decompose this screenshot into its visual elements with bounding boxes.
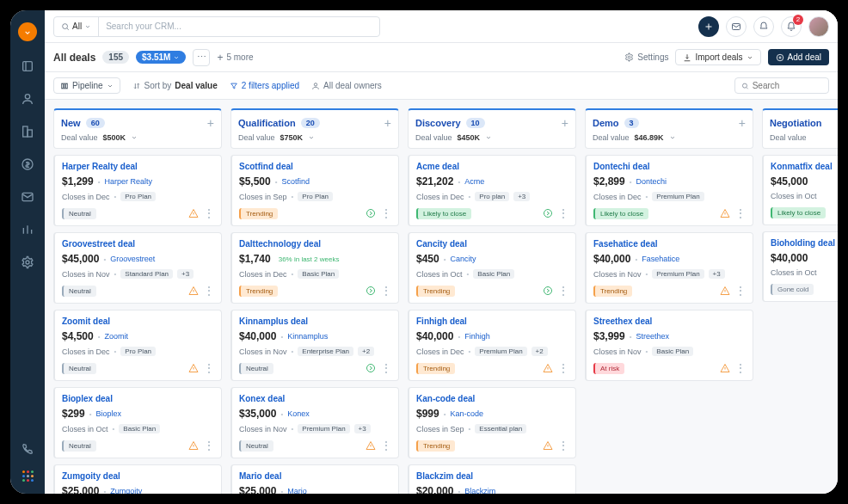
- deal-value-pill[interactable]: $3.51M: [136, 51, 186, 64]
- deal-card[interactable]: Bioholding deal $40,000 Closes in Oct Go…: [762, 231, 838, 302]
- card-menu-button[interactable]: ⋮: [381, 362, 391, 374]
- alerts-button[interactable]: [753, 16, 774, 37]
- deal-card[interactable]: Cancity deal $450•Cancity Closes in Oct•…: [408, 232, 576, 304]
- deal-card[interactable]: Konex deal $35,000•Konex Closes in Nov•P…: [230, 387, 399, 458]
- company-link[interactable]: Fasehatice: [642, 255, 679, 263]
- deal-card[interactable]: Acme deal $21,202•Acme Closes in Dec•Pro…: [408, 155, 576, 226]
- deal-card[interactable]: Kinnamplus deal $40,000•Kinnamplus Close…: [230, 310, 399, 381]
- deal-title[interactable]: Zumgoity deal: [62, 471, 214, 481]
- more-options-button[interactable]: ⋯: [193, 49, 210, 66]
- deal-card[interactable]: Streethex deal $3,999•Streethex Closes i…: [585, 310, 753, 381]
- deal-title[interactable]: Dalttechnology deal: [239, 239, 391, 249]
- owners-filter[interactable]: All deal owners: [311, 81, 382, 90]
- card-menu-button[interactable]: ⋮: [735, 362, 746, 374]
- company-link[interactable]: Zumgoity: [110, 487, 142, 494]
- deal-card[interactable]: Dontechi deal $2,899•Dontechi Closes in …: [585, 155, 753, 226]
- company-link[interactable]: Harper Realty: [105, 177, 153, 186]
- card-menu-button[interactable]: ⋮: [381, 285, 391, 297]
- board-search-input[interactable]: [753, 81, 822, 90]
- deal-title[interactable]: Groovestreet deal: [62, 239, 214, 249]
- card-menu-button[interactable]: ⋮: [558, 207, 568, 219]
- deal-card[interactable]: Blackzim deal $20,000•Blackzim Closes in…: [408, 464, 576, 494]
- card-menu-button[interactable]: ⋮: [204, 362, 214, 374]
- deal-card[interactable]: Kan-code deal $999•Kan-code Closes in Se…: [408, 387, 576, 458]
- sort-select[interactable]: Sort by Deal value: [132, 81, 218, 90]
- deal-title[interactable]: Scotfind deal: [239, 162, 391, 171]
- company-link[interactable]: Dontechi: [636, 177, 667, 186]
- company-link[interactable]: Groovestreet: [110, 255, 155, 263]
- nav-deals-icon[interactable]: [20, 157, 35, 172]
- deal-card[interactable]: Dalttechnology deal $1,74036% in last 2 …: [230, 232, 399, 304]
- deal-title[interactable]: Kan-code deal: [416, 394, 568, 403]
- card-menu-button[interactable]: ⋮: [735, 207, 746, 219]
- deal-card[interactable]: Fasehatice deal $40,000•Fasehatice Close…: [585, 232, 753, 304]
- company-link[interactable]: Bioplex: [96, 409, 122, 418]
- card-menu-button[interactable]: ⋮: [204, 285, 214, 297]
- app-switcher-icon[interactable]: [22, 470, 34, 482]
- deal-title[interactable]: Streethex deal: [593, 317, 746, 326]
- search-input[interactable]: [99, 22, 379, 31]
- nav-contacts-icon[interactable]: [20, 91, 35, 107]
- deal-title[interactable]: Bioholding deal: [771, 238, 838, 248]
- deal-title[interactable]: Cancity deal: [416, 239, 568, 249]
- quick-add-button[interactable]: [698, 16, 719, 37]
- deal-title[interactable]: Blackzim deal: [416, 471, 568, 481]
- add-deal-button[interactable]: Add deal: [768, 49, 829, 65]
- deal-title[interactable]: Zoomit deal: [62, 317, 214, 326]
- card-menu-button[interactable]: ⋮: [735, 285, 746, 297]
- deal-title[interactable]: Acme deal: [416, 162, 568, 171]
- add-card-button[interactable]: +: [739, 116, 746, 130]
- app-logo[interactable]: [18, 22, 37, 41]
- company-link[interactable]: Blackzim: [464, 487, 495, 494]
- add-card-button[interactable]: +: [384, 116, 391, 130]
- deal-card[interactable]: Bioplex deal $299•Bioplex Closes in Oct•…: [53, 387, 222, 458]
- deal-title[interactable]: Fasehatice deal: [593, 239, 746, 249]
- board-search[interactable]: [734, 77, 829, 94]
- deal-title[interactable]: Bioplex deal: [62, 394, 214, 403]
- deal-title[interactable]: Kinnamplus deal: [239, 317, 391, 326]
- company-link[interactable]: Konex: [287, 409, 310, 418]
- card-menu-button[interactable]: ⋮: [558, 439, 568, 452]
- company-link[interactable]: Finhigh: [464, 332, 490, 341]
- company-link[interactable]: Mario: [287, 487, 307, 494]
- company-link[interactable]: Kan-code: [451, 409, 484, 418]
- company-link[interactable]: Scotfind: [282, 177, 310, 186]
- deal-card[interactable]: Konmatfix deal $45,000 Closes in Oct Lik…: [762, 155, 838, 225]
- deal-title[interactable]: Harper Realty deal: [62, 162, 214, 171]
- company-link[interactable]: Cancity: [451, 255, 476, 263]
- card-menu-button[interactable]: ⋮: [558, 362, 568, 374]
- deal-card[interactable]: Scotfind deal $5,500•Scotfind Closes in …: [230, 155, 399, 226]
- deal-card[interactable]: Mario deal $25,000•Mario Closes in Nov•B…: [230, 464, 399, 494]
- import-deals-button[interactable]: Import deals: [675, 49, 760, 65]
- deal-title[interactable]: Mario deal: [239, 471, 391, 481]
- nav-dashboard-icon[interactable]: [20, 58, 35, 74]
- notifications-button[interactable]: 2: [781, 16, 802, 37]
- search-scope-dropdown[interactable]: All: [54, 17, 99, 36]
- deal-title[interactable]: Finhigh deal: [416, 317, 568, 326]
- card-menu-button[interactable]: ⋮: [381, 207, 391, 219]
- card-menu-button[interactable]: ⋮: [204, 439, 214, 452]
- mail-button[interactable]: [726, 16, 747, 37]
- more-views-link[interactable]: +5 more: [217, 52, 253, 64]
- company-link[interactable]: Zoomit: [105, 332, 129, 341]
- settings-link[interactable]: Settings: [624, 52, 668, 62]
- deal-card[interactable]: Groovestreet deal $45,000•Groovestreet C…: [53, 232, 222, 304]
- deal-title[interactable]: Konex deal: [239, 394, 391, 403]
- company-link[interactable]: Acme: [464, 177, 484, 186]
- card-menu-button[interactable]: ⋮: [381, 439, 391, 452]
- deal-card[interactable]: Zoomit deal $4,500•Zoomit Closes in Dec•…: [53, 310, 222, 381]
- deal-title[interactable]: Dontechi deal: [593, 162, 746, 171]
- filters-applied[interactable]: 2 filters applied: [230, 81, 299, 90]
- user-avatar[interactable]: [808, 16, 829, 37]
- view-mode-select[interactable]: Pipeline: [53, 77, 120, 94]
- deal-card[interactable]: Finhigh deal $40,000•Finhigh Closes in D…: [408, 310, 576, 381]
- deal-card[interactable]: Zumgoity deal $25,000•Zumgoity Closes in…: [53, 464, 222, 494]
- card-menu-button[interactable]: ⋮: [204, 207, 214, 219]
- add-card-button[interactable]: +: [207, 116, 214, 130]
- nav-settings-icon[interactable]: [20, 255, 35, 270]
- nav-accounts-icon[interactable]: [20, 124, 35, 139]
- add-card-button[interactable]: +: [562, 116, 568, 130]
- global-search[interactable]: All: [53, 16, 380, 37]
- nav-mail-icon[interactable]: [20, 189, 35, 205]
- company-link[interactable]: Streethex: [636, 332, 670, 341]
